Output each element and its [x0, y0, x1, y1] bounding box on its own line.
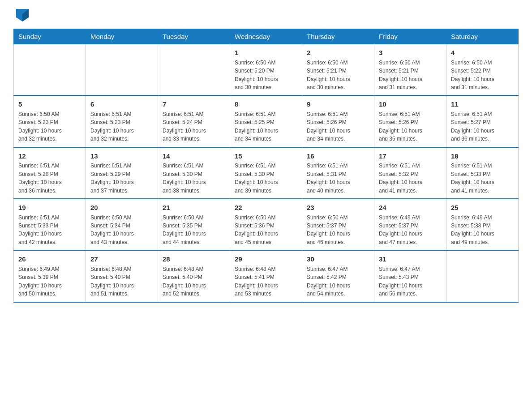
- day-info: Sunrise: 6:50 AM Sunset: 5:34 PM Dayligh…: [90, 214, 134, 245]
- day-number: 24: [379, 203, 442, 213]
- day-info: Sunrise: 6:48 AM Sunset: 5:40 PM Dayligh…: [163, 266, 206, 297]
- day-number: 6: [90, 99, 153, 109]
- day-number: 19: [18, 203, 81, 213]
- day-number: 22: [235, 203, 297, 213]
- calendar-cell: 18Sunrise: 6:51 AM Sunset: 5:33 PM Dayli…: [446, 147, 519, 199]
- calendar-cell: [446, 250, 519, 302]
- day-number: 16: [307, 151, 369, 161]
- day-info: Sunrise: 6:50 AM Sunset: 5:37 PM Dayligh…: [307, 214, 350, 245]
- calendar-cell: 2Sunrise: 6:50 AM Sunset: 5:21 PM Daylig…: [302, 44, 374, 96]
- header-cell-friday: Friday: [374, 29, 446, 44]
- day-number: 4: [451, 48, 514, 58]
- calendar-cell: 23Sunrise: 6:50 AM Sunset: 5:37 PM Dayli…: [302, 199, 374, 250]
- calendar-cell: 16Sunrise: 6:51 AM Sunset: 5:31 PM Dayli…: [302, 147, 374, 199]
- day-number: 27: [90, 254, 153, 264]
- calendar-cell: 19Sunrise: 6:51 AM Sunset: 5:33 PM Dayli…: [14, 199, 86, 250]
- day-info: Sunrise: 6:51 AM Sunset: 5:25 PM Dayligh…: [235, 111, 278, 142]
- day-info: Sunrise: 6:51 AM Sunset: 5:33 PM Dayligh…: [18, 214, 62, 245]
- day-number: 28: [163, 254, 225, 264]
- day-number: 7: [163, 99, 225, 109]
- day-number: 10: [379, 99, 442, 109]
- day-number: 26: [18, 254, 81, 264]
- calendar-cell: 22Sunrise: 6:50 AM Sunset: 5:36 PM Dayli…: [230, 199, 302, 250]
- calendar-week-row: 5Sunrise: 6:50 AM Sunset: 5:23 PM Daylig…: [14, 95, 519, 147]
- calendar-cell: 28Sunrise: 6:48 AM Sunset: 5:40 PM Dayli…: [158, 250, 230, 302]
- header-row: SundayMondayTuesdayWednesdayThursdayFrid…: [14, 29, 519, 44]
- day-number: 18: [451, 151, 514, 161]
- calendar-week-row: 19Sunrise: 6:51 AM Sunset: 5:33 PM Dayli…: [14, 199, 519, 250]
- day-number: 1: [235, 48, 297, 58]
- calendar-cell: 24Sunrise: 6:49 AM Sunset: 5:37 PM Dayli…: [374, 199, 446, 250]
- day-number: 13: [90, 151, 153, 161]
- calendar-cell: 3Sunrise: 6:50 AM Sunset: 5:21 PM Daylig…: [374, 44, 446, 96]
- day-info: Sunrise: 6:48 AM Sunset: 5:40 PM Dayligh…: [90, 266, 134, 297]
- day-info: Sunrise: 6:49 AM Sunset: 5:37 PM Dayligh…: [379, 214, 422, 245]
- header-cell-tuesday: Tuesday: [158, 29, 230, 44]
- day-info: Sunrise: 6:51 AM Sunset: 5:30 PM Dayligh…: [163, 163, 206, 193]
- calendar-header: SundayMondayTuesdayWednesdayThursdayFrid…: [14, 29, 519, 44]
- day-info: Sunrise: 6:50 AM Sunset: 5:21 PM Dayligh…: [307, 60, 350, 90]
- calendar-cell: 15Sunrise: 6:51 AM Sunset: 5:30 PM Dayli…: [230, 147, 302, 199]
- calendar-cell: 4Sunrise: 6:50 AM Sunset: 5:22 PM Daylig…: [446, 44, 519, 96]
- day-number: 12: [18, 151, 81, 161]
- day-info: Sunrise: 6:50 AM Sunset: 5:35 PM Dayligh…: [163, 214, 206, 245]
- day-info: Sunrise: 6:47 AM Sunset: 5:42 PM Dayligh…: [307, 266, 350, 297]
- day-info: Sunrise: 6:50 AM Sunset: 5:22 PM Dayligh…: [451, 60, 494, 90]
- header-cell-monday: Monday: [86, 29, 158, 44]
- day-info: Sunrise: 6:51 AM Sunset: 5:24 PM Dayligh…: [163, 111, 206, 142]
- day-number: 8: [235, 99, 297, 109]
- day-info: Sunrise: 6:51 AM Sunset: 5:26 PM Dayligh…: [379, 111, 422, 142]
- calendar-cell: [14, 44, 86, 96]
- page-header: [13, 9, 519, 21]
- day-info: Sunrise: 6:50 AM Sunset: 5:21 PM Dayligh…: [379, 60, 422, 90]
- calendar-cell: 31Sunrise: 6:47 AM Sunset: 5:43 PM Dayli…: [374, 250, 446, 302]
- day-number: 17: [379, 151, 442, 161]
- day-number: 15: [235, 151, 297, 161]
- day-number: 3: [379, 48, 442, 58]
- day-info: Sunrise: 6:51 AM Sunset: 5:27 PM Dayligh…: [451, 111, 494, 142]
- day-number: 5: [18, 99, 81, 109]
- calendar-cell: 26Sunrise: 6:49 AM Sunset: 5:39 PM Dayli…: [14, 250, 86, 302]
- day-info: Sunrise: 6:48 AM Sunset: 5:41 PM Dayligh…: [235, 266, 278, 297]
- calendar-week-row: 26Sunrise: 6:49 AM Sunset: 5:39 PM Dayli…: [14, 250, 519, 302]
- header-cell-wednesday: Wednesday: [230, 29, 302, 44]
- day-info: Sunrise: 6:51 AM Sunset: 5:29 PM Dayligh…: [90, 163, 134, 193]
- day-number: 31: [379, 254, 442, 264]
- calendar-cell: 10Sunrise: 6:51 AM Sunset: 5:26 PM Dayli…: [374, 95, 446, 147]
- calendar-cell: 20Sunrise: 6:50 AM Sunset: 5:34 PM Dayli…: [86, 199, 158, 250]
- day-info: Sunrise: 6:51 AM Sunset: 5:30 PM Dayligh…: [235, 163, 278, 193]
- calendar-cell: 11Sunrise: 6:51 AM Sunset: 5:27 PM Dayli…: [446, 95, 519, 147]
- day-info: Sunrise: 6:51 AM Sunset: 5:26 PM Dayligh…: [307, 111, 350, 142]
- header-cell-thursday: Thursday: [302, 29, 374, 44]
- calendar-week-row: 12Sunrise: 6:51 AM Sunset: 5:28 PM Dayli…: [14, 147, 519, 199]
- day-number: 30: [307, 254, 369, 264]
- calendar-cell: 25Sunrise: 6:49 AM Sunset: 5:38 PM Dayli…: [446, 199, 519, 250]
- day-info: Sunrise: 6:47 AM Sunset: 5:43 PM Dayligh…: [379, 266, 422, 297]
- calendar-cell: 14Sunrise: 6:51 AM Sunset: 5:30 PM Dayli…: [158, 147, 230, 199]
- calendar-cell: [158, 44, 230, 96]
- header-cell-sunday: Sunday: [14, 29, 86, 44]
- day-number: 29: [235, 254, 297, 264]
- calendar-cell: 29Sunrise: 6:48 AM Sunset: 5:41 PM Dayli…: [230, 250, 302, 302]
- day-number: 9: [307, 99, 369, 109]
- day-info: Sunrise: 6:51 AM Sunset: 5:28 PM Dayligh…: [18, 163, 62, 193]
- logo-icon: [16, 9, 29, 21]
- calendar-cell: 17Sunrise: 6:51 AM Sunset: 5:32 PM Dayli…: [374, 147, 446, 199]
- day-info: Sunrise: 6:51 AM Sunset: 5:33 PM Dayligh…: [451, 163, 494, 193]
- calendar-cell: 1Sunrise: 6:50 AM Sunset: 5:20 PM Daylig…: [230, 44, 302, 96]
- calendar-cell: [86, 44, 158, 96]
- calendar-cell: 13Sunrise: 6:51 AM Sunset: 5:29 PM Dayli…: [86, 147, 158, 199]
- header-cell-saturday: Saturday: [446, 29, 519, 44]
- day-info: Sunrise: 6:51 AM Sunset: 5:32 PM Dayligh…: [379, 163, 422, 193]
- calendar-cell: 8Sunrise: 6:51 AM Sunset: 5:25 PM Daylig…: [230, 95, 302, 147]
- logo: [13, 9, 30, 21]
- calendar-body: 1Sunrise: 6:50 AM Sunset: 5:20 PM Daylig…: [14, 44, 519, 302]
- calendar-cell: 7Sunrise: 6:51 AM Sunset: 5:24 PM Daylig…: [158, 95, 230, 147]
- calendar-cell: 5Sunrise: 6:50 AM Sunset: 5:23 PM Daylig…: [14, 95, 86, 147]
- calendar-cell: 30Sunrise: 6:47 AM Sunset: 5:42 PM Dayli…: [302, 250, 374, 302]
- day-info: Sunrise: 6:50 AM Sunset: 5:36 PM Dayligh…: [235, 214, 278, 245]
- calendar-cell: 12Sunrise: 6:51 AM Sunset: 5:28 PM Dayli…: [14, 147, 86, 199]
- calendar-cell: 9Sunrise: 6:51 AM Sunset: 5:26 PM Daylig…: [302, 95, 374, 147]
- day-number: 2: [307, 48, 369, 58]
- day-info: Sunrise: 6:50 AM Sunset: 5:20 PM Dayligh…: [235, 60, 278, 90]
